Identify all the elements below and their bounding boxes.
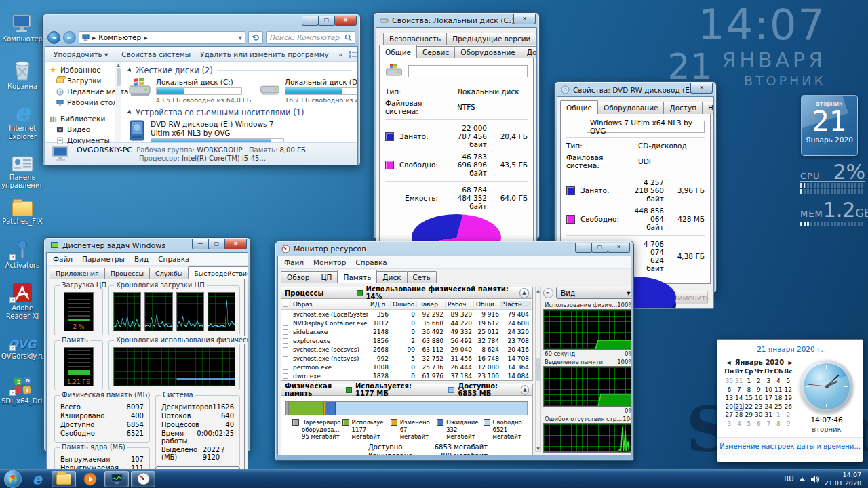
group-header-removable[interactable]: Устройства со съемными носителями (1)	[128, 108, 352, 117]
calendar-day[interactable]: 24	[764, 403, 774, 411]
menu-file[interactable]: Файл	[279, 257, 309, 268]
select-all-checkbox[interactable]	[283, 302, 288, 307]
close-button[interactable]: ✕	[334, 16, 357, 26]
desktop-icon-activators[interactable]: ↗ Activators	[1, 237, 43, 270]
volume-label-input[interactable]	[408, 65, 528, 77]
calendar-day[interactable]: 4	[734, 420, 745, 428]
start-button[interactable]	[4, 470, 22, 488]
calendar-day[interactable]: 7	[734, 386, 745, 394]
process-checkbox[interactable]	[283, 365, 288, 370]
calendar-day[interactable]: 26	[783, 403, 793, 411]
desktop-icon-recycle-bin[interactable]: Корзина	[1, 58, 43, 91]
process-row[interactable]: NVDisplay.Container.exe1812035 66844 220…	[281, 319, 532, 327]
process-row[interactable]: dwm.exe1828061 97637 18423 10014 084	[281, 371, 532, 380]
search-input[interactable]: Поиск: Компьютер	[266, 31, 355, 44]
menu-file[interactable]: Файл	[48, 253, 77, 264]
toolbar-overflow[interactable]: »	[334, 49, 347, 60]
minimize-button[interactable]: —	[575, 243, 592, 253]
group-header-hard-disks[interactable]: Жесткие диски (2)	[128, 66, 352, 75]
tab-cpu[interactable]: ЦП	[315, 271, 338, 283]
explorer-titlebar[interactable]: — ▢ ✕	[45, 14, 358, 28]
tab-security[interactable]: Безопасность	[383, 33, 447, 45]
sidebar-item-desktop[interactable]: Рабочий стол	[50, 97, 115, 108]
view-button[interactable]: Вид▾	[556, 287, 631, 299]
address-field[interactable]: ▸Компьютер▸ ▾	[79, 31, 245, 44]
change-datetime-link[interactable]: Изменение настроек даты и времени...	[719, 443, 861, 450]
process-row[interactable]: svchost.exe (LocalSystemNet...356092 292…	[281, 310, 532, 319]
tab-general[interactable]: Общие	[379, 45, 417, 58]
tab-access[interactable]: Доступ	[663, 102, 703, 114]
dialog-titlebar[interactable]: Свойства: Локальный диск (C:) ✕	[376, 13, 537, 27]
calendar-day[interactable]: 31	[764, 411, 774, 420]
process-checkbox[interactable]	[283, 321, 288, 326]
tab-disk[interactable]: Диск	[376, 271, 407, 283]
collapse-chevron-icon[interactable]: ▲	[521, 385, 529, 395]
calendar-day[interactable]: 8	[744, 386, 754, 394]
process-checkbox[interactable]	[283, 329, 288, 335]
taskbar-wmp-button[interactable]	[78, 471, 102, 487]
calendar-day[interactable]: 10	[764, 386, 774, 394]
calendar-gadget[interactable]: вторник 21 Январь 2020	[801, 95, 858, 156]
taskbar-resmon-button[interactable]	[131, 471, 155, 487]
calendar-day[interactable]: 4	[774, 377, 784, 386]
menu-help[interactable]: Справка	[351, 257, 391, 268]
calendar-day[interactable]: 7	[764, 420, 774, 428]
drive-item-e[interactable]: DVD RW дисковод (E:) Windows 7 Ultim x64…	[128, 120, 284, 142]
close-button[interactable]: ✕	[224, 239, 247, 249]
calendar-day[interactable]: 1	[744, 377, 754, 386]
sidebar-scrollbar[interactable]: ▲	[115, 62, 121, 142]
calendar-day[interactable]: 9	[783, 420, 793, 428]
next-month-button[interactable]: ►	[788, 359, 793, 366]
calendar-day[interactable]: 6	[724, 386, 734, 394]
close-button[interactable]: ✕	[608, 243, 630, 253]
sidebar-item-recent[interactable]: Недавние места	[50, 86, 115, 97]
process-checkbox[interactable]	[283, 347, 288, 352]
drive-item-d[interactable]: Локальный диск (D:) 16,7 ГБ свободно из …	[260, 78, 357, 104]
calendar-day[interactable]: 5	[744, 420, 754, 428]
resmon-titlebar[interactable]: Монитор ресурсов — ▢ ✕	[277, 241, 631, 256]
tab-access[interactable]: Доступ	[521, 46, 537, 58]
taskbar-taskmgr-button[interactable]	[104, 471, 129, 487]
desktop-icon-internet-explorer[interactable]: e Internet Explorer	[1, 100, 43, 140]
close-button[interactable]: ✕	[513, 14, 536, 24]
maximize-button[interactable]: ▢	[591, 243, 608, 253]
process-checkbox[interactable]	[283, 312, 288, 317]
show-hidden-icons-button[interactable]	[800, 477, 805, 481]
tab-memory[interactable]: Память	[337, 270, 377, 283]
desktop-icon-adobe-reader[interactable]: ↗ Adobe Reader XI	[1, 280, 43, 320]
menu-help[interactable]: Справка	[153, 253, 194, 264]
minimize-button[interactable]: —	[302, 16, 319, 26]
close-button[interactable]: ✕	[690, 83, 713, 94]
calendar-day[interactable]: 29	[744, 411, 754, 420]
calendar-day[interactable]: 16	[754, 394, 764, 403]
volume-label-input[interactable]: Windows 7 Ultim x64 NL3 by OVG	[587, 121, 705, 133]
calendar-day[interactable]: 28	[734, 411, 745, 420]
calendar-day[interactable]: 8	[774, 420, 784, 428]
back-button[interactable]: ◄	[47, 31, 60, 44]
maximize-button[interactable]: ▢	[318, 16, 335, 26]
menu-options[interactable]: Параметры	[77, 253, 130, 264]
cpu-meter-gadget[interactable]: CPU2%	[800, 163, 865, 194]
language-indicator[interactable]: RU	[784, 475, 793, 483]
process-checkbox[interactable]	[283, 338, 288, 344]
sidebar-item-favorites[interactable]: ★Избранное	[50, 64, 115, 75]
calendar-day[interactable]: 27	[724, 411, 734, 420]
calendar-day[interactable]: 6	[754, 420, 764, 428]
tab-network[interactable]: Сеть	[407, 271, 437, 283]
calendar-day[interactable]: 12	[783, 386, 793, 394]
calendar-day[interactable]: 3	[724, 420, 734, 428]
desktop-icon-computer[interactable]: Компьютер	[1, 11, 43, 43]
desktop-icon-sdi[interactable]: SDI ↗ SDI_x64_Dri...	[1, 373, 43, 405]
taskbar-explorer-button[interactable]	[52, 471, 76, 487]
process-table-header[interactable]: ОбразИД п...Ошибо...Завер...Рабоч...Общи…	[281, 299, 532, 310]
process-row[interactable]: explorer.exe1856263 88056 49232 78423 70…	[281, 336, 532, 345]
calendar-day[interactable]: 13	[724, 394, 734, 403]
dialog-titlebar[interactable]: Свойства: DVD RW дисковод (E:) Windows 7…	[557, 82, 714, 96]
tab-performance[interactable]: Быстродействие	[188, 266, 248, 279]
tray-clock[interactable]: 14:07 21.01.2020	[825, 471, 861, 487]
calendar-day[interactable]: 1	[774, 411, 784, 420]
tab-settings[interactable]: Настройка	[702, 102, 714, 114]
tab-general[interactable]: Общие	[560, 100, 598, 114]
tab-applications[interactable]: Приложения	[50, 268, 105, 279]
calendar-day[interactable]: 18	[774, 394, 784, 403]
